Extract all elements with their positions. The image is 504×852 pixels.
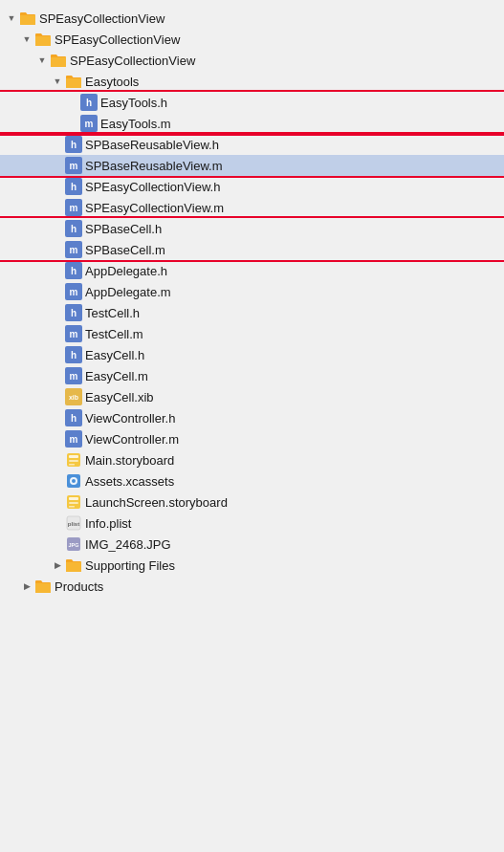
tree-item-viewcontroller-h[interactable]: hViewController.h <box>0 407 504 428</box>
svg-rect-8 <box>69 497 78 500</box>
item-label-root-project: SPEasyCollectionView <box>39 11 504 26</box>
tree-item-spbasecell-h[interactable]: hSPBaseCell.h <box>0 218 504 239</box>
svg-rect-2 <box>69 460 78 462</box>
item-label-spbase-h: SPBaseReusableView.h <box>85 138 504 152</box>
folder-icon <box>65 557 82 574</box>
project-icon <box>19 10 36 27</box>
tree-item-easytools-h[interactable]: hEasyTools.h <box>0 92 504 113</box>
m-icon: m <box>65 157 82 174</box>
item-label-spbasecell-h: SPBaseCell.h <box>85 222 504 236</box>
tree-item-img-jpg[interactable]: JPG IMG_2468.JPG <box>0 534 504 555</box>
tree-item-root-project[interactable]: SPEasyCollectionView <box>0 8 504 29</box>
item-label-spbase-m: SPBaseReusableView.m <box>85 159 504 173</box>
item-label-speasy-h: SPEasyCollectionView.h <box>85 180 504 194</box>
h-icon: h <box>65 178 82 195</box>
item-label-testcell-h: TestCell.h <box>85 306 504 320</box>
tree-item-easycell-xib[interactable]: xibEasyCell.xib <box>0 386 504 407</box>
h-icon: h <box>80 94 98 111</box>
h-icon: h <box>65 304 82 321</box>
disclosure-group-sp2[interactable] <box>34 53 50 68</box>
tree-item-easytools-m[interactable]: mEasyTools.m <box>0 113 504 134</box>
h-icon: h <box>65 220 82 237</box>
item-label-info-plist: Info.plist <box>85 516 504 531</box>
tree-item-viewcontroller-m[interactable]: mViewController.m <box>0 428 504 449</box>
tree-item-speasy-m[interactable]: mSPEasyCollectionView.m <box>0 197 504 218</box>
m-icon: m <box>65 241 82 258</box>
folder-icon <box>34 578 52 595</box>
m-icon: m <box>65 367 82 384</box>
tree-item-testcell-m[interactable]: mTestCell.m <box>0 323 504 344</box>
item-label-easytools-h: EasyTools.h <box>100 96 504 110</box>
tree-item-info-plist[interactable]: plist Info.plist <box>0 513 504 534</box>
tree-item-easycell-m[interactable]: mEasyCell.m <box>0 365 504 386</box>
tree-item-testcell-h[interactable]: hTestCell.h <box>0 302 504 323</box>
tree-item-assets-xcassets[interactable]: Assets.xcassets <box>0 470 504 492</box>
tree-item-easycell-h[interactable]: hEasyCell.h <box>0 344 504 365</box>
svg-rect-1 <box>69 455 78 458</box>
svg-text:plist: plist <box>68 521 79 527</box>
item-label-group-sp: SPEasyCollectionView <box>55 33 504 47</box>
item-label-testcell-m: TestCell.m <box>85 327 504 341</box>
item-label-appdelegate-m: AppDelegate.m <box>85 285 504 299</box>
item-label-easycell-h: EasyCell.h <box>85 348 504 362</box>
h-icon: h <box>65 409 82 426</box>
tree-item-launchscreen-storyboard[interactable]: LaunchScreen.storyboard <box>0 492 504 513</box>
xcassets-icon <box>65 472 82 490</box>
folder-icon <box>34 31 52 48</box>
h-icon: h <box>65 136 82 153</box>
tree-item-spbase-h[interactable]: hSPBaseReusableView.h <box>0 134 504 155</box>
m-icon: m <box>65 283 82 300</box>
plist-icon: plist <box>65 514 82 532</box>
svg-point-6 <box>72 479 76 483</box>
item-label-viewcontroller-h: ViewController.h <box>85 411 504 426</box>
tree-item-group-sp[interactable]: SPEasyCollectionView <box>0 29 504 50</box>
item-label-spbasecell-m: SPBaseCell.m <box>85 243 504 257</box>
svg-rect-3 <box>69 464 75 466</box>
h-icon: h <box>65 262 82 279</box>
tree-item-main-storyboard[interactable]: Main.storyboard <box>0 449 504 470</box>
svg-rect-10 <box>69 506 75 508</box>
tree-item-group-sp2[interactable]: SPEasyCollectionView <box>0 50 504 71</box>
m-icon: m <box>65 325 82 342</box>
tree-item-appdelegate-h[interactable]: hAppDelegate.h <box>0 260 504 281</box>
svg-rect-9 <box>69 502 78 504</box>
tree-item-appdelegate-m[interactable]: mAppDelegate.m <box>0 281 504 302</box>
disclosure-root-project[interactable] <box>4 11 19 26</box>
disclosure-group-sp[interactable] <box>19 32 34 47</box>
h-icon: h <box>65 346 82 363</box>
tree-item-supporting-files[interactable]: Supporting Files <box>0 555 504 576</box>
item-label-launchscreen-storyboard: LaunchScreen.storyboard <box>85 495 504 510</box>
item-label-img-jpg: IMG_2468.JPG <box>85 537 504 552</box>
svg-text:JPG: JPG <box>68 542 78 548</box>
disclosure-products[interactable] <box>19 579 34 594</box>
tree-item-spbase-m[interactable]: mSPBaseReusableView.m <box>0 155 504 176</box>
item-label-supporting-files: Supporting Files <box>85 558 504 573</box>
item-label-products: Products <box>55 579 504 594</box>
disclosure-supporting-files[interactable] <box>50 557 65 573</box>
storyboard-icon <box>65 451 82 469</box>
tree-item-speasy-h[interactable]: hSPEasyCollectionView.h <box>0 176 504 197</box>
item-label-assets-xcassets: Assets.xcassets <box>85 474 504 489</box>
item-label-group-sp2: SPEasyCollectionView <box>70 54 504 68</box>
file-tree: SPEasyCollectionView SPEasyCollectionVie… <box>0 0 504 604</box>
item-label-main-storyboard: Main.storyboard <box>85 453 504 468</box>
tree-item-group-easytools[interactable]: Easytools <box>0 71 504 92</box>
folder-icon <box>65 73 82 90</box>
tree-item-spbasecell-m[interactable]: mSPBaseCell.m <box>0 239 504 260</box>
storyboard-icon <box>65 493 82 511</box>
item-label-appdelegate-h: AppDelegate.h <box>85 264 504 278</box>
item-label-easycell-xib: EasyCell.xib <box>85 390 504 404</box>
item-label-easycell-m: EasyCell.m <box>85 369 504 383</box>
folder-icon <box>50 52 67 69</box>
disclosure-group-easytools[interactable] <box>50 74 65 89</box>
m-icon: m <box>65 430 82 448</box>
item-label-speasy-m: SPEasyCollectionView.m <box>85 201 504 215</box>
jpg-icon: JPG <box>65 535 82 553</box>
m-icon: m <box>65 199 82 216</box>
item-label-easytools-m: EasyTools.m <box>100 117 504 131</box>
tree-item-products[interactable]: Products <box>0 576 504 597</box>
item-label-group-easytools: Easytools <box>85 75 504 89</box>
xib-icon: xib <box>65 388 82 405</box>
m-icon: m <box>80 115 98 132</box>
item-label-viewcontroller-m: ViewController.m <box>85 432 504 447</box>
